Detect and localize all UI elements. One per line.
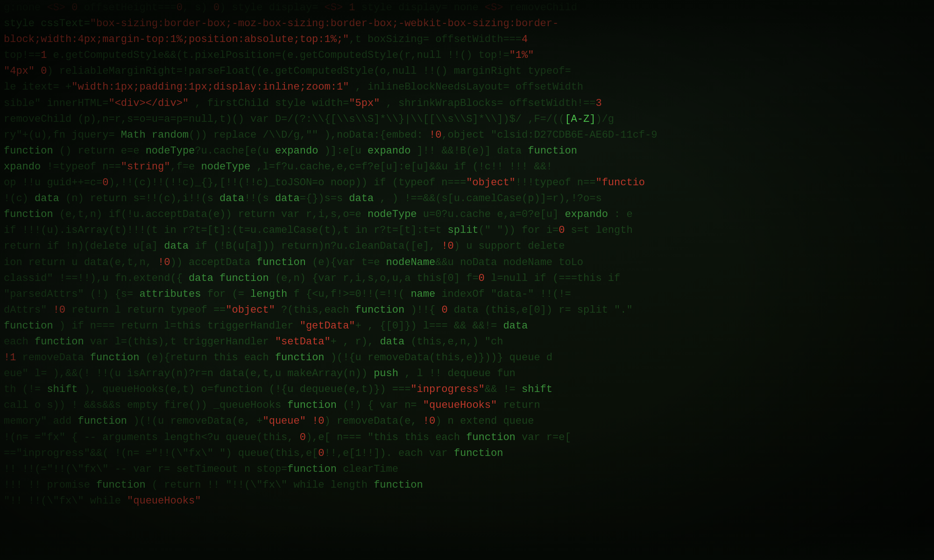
code-line: call o s)) ! &&s&&s empty fire()) _queue… bbox=[0, 398, 934, 413]
code-line: th (!= shift ), queueHooks(e,t) o=functi… bbox=[0, 382, 934, 398]
code-line: =="inprogress"&&( !(n= ="!!(\"fx\" ") qu… bbox=[0, 446, 934, 462]
code-line: le itext= +"width:1px;padding:1px;displa… bbox=[0, 79, 934, 95]
code-line: removeChild (p),n=r,s=o=u=a=p=null,t)() … bbox=[0, 112, 934, 127]
code-line: ion return u data(e,t,n, !0)) acceptData… bbox=[0, 255, 934, 271]
code-line: !!! !! promise function ( return !! "!!(… bbox=[0, 477, 934, 493]
code-line: !(n= ="fx" { -- arguments length<?u queu… bbox=[0, 430, 934, 446]
code-line: return if !n)(delete u[a] data if (!B(u[… bbox=[0, 238, 934, 254]
code-line: if !!!(u).isArray(t)!!!(t in r?t=[t]:(t=… bbox=[0, 223, 934, 238]
code-line: each function var l=(this),t triggerHand… bbox=[0, 334, 934, 350]
code-line: dAttrs" !0 return l return typeof =="obj… bbox=[0, 302, 934, 318]
code-line: !! !!(="!!(\"fx\" -- var r= setTimeout n… bbox=[0, 462, 934, 477]
code-line: "4px" 0) reliableMarginRight=!parseFloat… bbox=[0, 63, 934, 79]
code-overlay: g:none <S> 0 offsetHeight===0, s) 0) sty… bbox=[0, 0, 934, 560]
code-line: top!==1 e.getComputedStyle&&(t.pixelPosi… bbox=[0, 48, 934, 63]
code-line: eue" l= ),&&(! !!(u isArray(n)?r=n data(… bbox=[0, 366, 934, 382]
code-line: ry"+(u),fn jquery= Math random()) replac… bbox=[0, 127, 934, 143]
code-line: "!! !!(\"fx\" while "queueHooks" bbox=[0, 493, 934, 509]
code-line: memory" add function )(!(u removeData(e,… bbox=[0, 413, 934, 429]
code-line: g:none <S> 0 offsetHeight===0, s) 0) sty… bbox=[0, 0, 934, 16]
code-line: xpando !=typeof n=="string",f=e nodeType… bbox=[0, 159, 934, 175]
code-line: style cssText="box-sizing:border-box;-mo… bbox=[0, 16, 934, 32]
code-line: block;width:4px;margin-top:1%;position:a… bbox=[0, 32, 934, 48]
code-line: op !!u guid++=c=0),!!(c)!!(!!c)_{},[!!(!… bbox=[0, 175, 934, 191]
code-line: classid" !==!!),u fn.extend({ data funct… bbox=[0, 271, 934, 287]
code-line: !1 removeData function (e){return this e… bbox=[0, 350, 934, 366]
code-background: g:none <S> 0 offsetHeight===0, s) 0) sty… bbox=[0, 0, 934, 560]
code-line: !(c) data (n) return s=!!(c),i!!(s data!… bbox=[0, 191, 934, 207]
code-line: function () return e=e nodeType?u.cache[… bbox=[0, 143, 934, 159]
code-line: sible" innerHTML="<div></div>" , firstCh… bbox=[0, 96, 934, 112]
code-line: "parsedAttrs" (!) {s= attributes for (= … bbox=[0, 287, 934, 302]
code-line: function (e,t,n) if(!u.acceptData(e)) re… bbox=[0, 207, 934, 223]
code-line: function ) if n=== return l=this trigger… bbox=[0, 318, 934, 334]
